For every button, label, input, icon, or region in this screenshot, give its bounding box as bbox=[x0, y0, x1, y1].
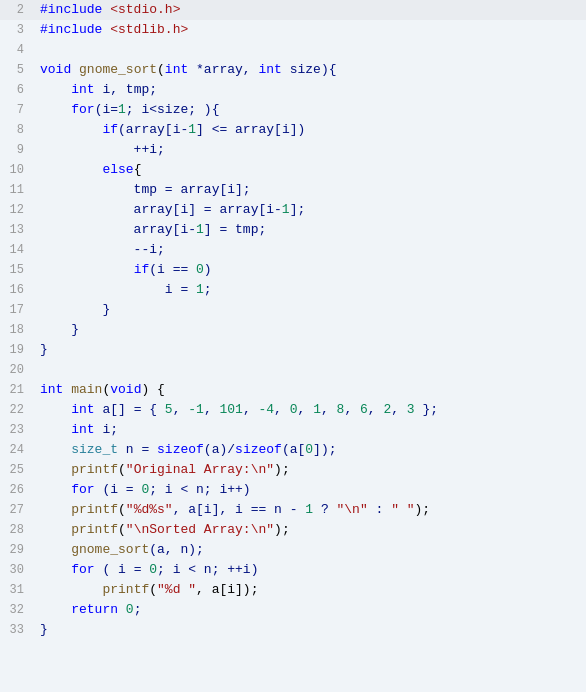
line-number: 8 bbox=[0, 120, 36, 140]
code-line: 4 bbox=[0, 40, 586, 60]
token: } bbox=[40, 302, 110, 317]
token: 1 bbox=[196, 282, 204, 297]
line-number: 6 bbox=[0, 80, 36, 100]
line-number: 18 bbox=[0, 320, 36, 340]
token: 3 bbox=[407, 402, 415, 417]
token: , bbox=[173, 402, 189, 417]
token: 0 bbox=[305, 442, 313, 457]
line-number: 16 bbox=[0, 280, 36, 300]
token: (i == bbox=[149, 262, 196, 277]
token: (a[ bbox=[282, 442, 305, 457]
code-line: 23 int i; bbox=[0, 420, 586, 440]
token: " " bbox=[391, 502, 414, 517]
code-line: 6 int i, tmp; bbox=[0, 80, 586, 100]
token: i = bbox=[40, 282, 196, 297]
line-content: i = 1; bbox=[36, 280, 586, 300]
token: for bbox=[71, 482, 94, 497]
token: #include bbox=[40, 2, 110, 17]
token: 1 bbox=[282, 202, 290, 217]
code-line: 8 if(array[i-1] <= array[i]) bbox=[0, 120, 586, 140]
code-line: 20 bbox=[0, 360, 586, 380]
line-number: 9 bbox=[0, 140, 36, 160]
token bbox=[40, 502, 71, 517]
token: ); bbox=[274, 462, 290, 477]
line-number: 31 bbox=[0, 580, 36, 600]
token bbox=[118, 602, 126, 617]
code-line: 17 } bbox=[0, 300, 586, 320]
token: *array, bbox=[188, 62, 258, 77]
token: ( bbox=[157, 62, 165, 77]
token bbox=[40, 422, 71, 437]
token: if bbox=[134, 262, 150, 277]
line-content: for (i = 0; i < n; i++) bbox=[36, 480, 586, 500]
code-line: 25 printf("Original Array:\n"); bbox=[0, 460, 586, 480]
line-content: tmp = array[i]; bbox=[36, 180, 586, 200]
token: -4 bbox=[259, 402, 275, 417]
token: i; bbox=[95, 422, 118, 437]
token: : bbox=[368, 502, 391, 517]
line-content: } bbox=[36, 320, 586, 340]
token: return bbox=[71, 602, 118, 617]
line-content: for ( i = 0; i < n; ++i) bbox=[36, 560, 586, 580]
code-line: 27 printf("%d%s", a[i], i == n - 1 ? "\n… bbox=[0, 500, 586, 520]
token: 1 bbox=[305, 502, 313, 517]
token bbox=[40, 262, 134, 277]
line-number: 28 bbox=[0, 520, 36, 540]
line-content: printf("\nSorted Array:\n"); bbox=[36, 520, 586, 540]
code-line: 5void gnome_sort(int *array, int size){ bbox=[0, 60, 586, 80]
line-content: if(i == 0) bbox=[36, 260, 586, 280]
line-content: int a[] = { 5, -1, 101, -4, 0, 1, 8, 6, … bbox=[36, 400, 586, 420]
token: -1 bbox=[188, 402, 204, 417]
line-content: #include <stdio.h> bbox=[36, 0, 586, 20]
token: printf bbox=[71, 502, 118, 517]
line-number: 4 bbox=[0, 40, 36, 60]
token: , bbox=[298, 402, 314, 417]
token: 1 bbox=[196, 222, 204, 237]
line-number: 14 bbox=[0, 240, 36, 260]
token: if bbox=[102, 122, 118, 137]
line-number: 21 bbox=[0, 380, 36, 400]
code-line: 13 array[i-1] = tmp; bbox=[0, 220, 586, 240]
token: 6 bbox=[360, 402, 368, 417]
code-line: 19} bbox=[0, 340, 586, 360]
line-number: 2 bbox=[0, 0, 36, 20]
code-line: 7 for(i=1; i<size; ){ bbox=[0, 100, 586, 120]
token: ; bbox=[134, 602, 142, 617]
token: sizeof bbox=[235, 442, 282, 457]
line-content: if(array[i-1] <= array[i]) bbox=[36, 120, 586, 140]
token: for bbox=[71, 102, 94, 117]
line-content: gnome_sort(a, n); bbox=[36, 540, 586, 560]
token: { bbox=[134, 162, 142, 177]
line-number: 7 bbox=[0, 100, 36, 120]
token: ; i < n; ++i) bbox=[157, 562, 258, 577]
token: #include bbox=[40, 22, 110, 37]
code-line: 28 printf("\nSorted Array:\n"); bbox=[0, 520, 586, 540]
code-line: 32 return 0; bbox=[0, 600, 586, 620]
token: <stdlib.h> bbox=[110, 22, 188, 37]
code-line: 22 int a[] = { 5, -1, 101, -4, 0, 1, 8, … bbox=[0, 400, 586, 420]
token bbox=[71, 62, 79, 77]
token bbox=[40, 602, 71, 617]
token: int bbox=[71, 422, 94, 437]
line-content: #include <stdlib.h> bbox=[36, 20, 586, 40]
token: ( bbox=[118, 462, 126, 477]
token bbox=[40, 522, 71, 537]
line-number: 12 bbox=[0, 200, 36, 220]
line-number: 33 bbox=[0, 620, 36, 640]
token: "%d " bbox=[157, 582, 196, 597]
token: , bbox=[204, 402, 220, 417]
token bbox=[40, 442, 71, 457]
line-number: 5 bbox=[0, 60, 36, 80]
code-line: 15 if(i == 0) bbox=[0, 260, 586, 280]
token: ); bbox=[415, 502, 431, 517]
token: for bbox=[71, 562, 94, 577]
token: int bbox=[165, 62, 188, 77]
token: ( i = bbox=[95, 562, 150, 577]
line-number: 25 bbox=[0, 460, 36, 480]
token: ; bbox=[204, 282, 212, 297]
line-content: for(i=1; i<size; ){ bbox=[36, 100, 586, 120]
token: int bbox=[71, 82, 94, 97]
line-content bbox=[36, 40, 586, 60]
code-line: 14 --i; bbox=[0, 240, 586, 260]
code-editor: 2#include <stdio.h>3#include <stdlib.h>4… bbox=[0, 0, 586, 692]
